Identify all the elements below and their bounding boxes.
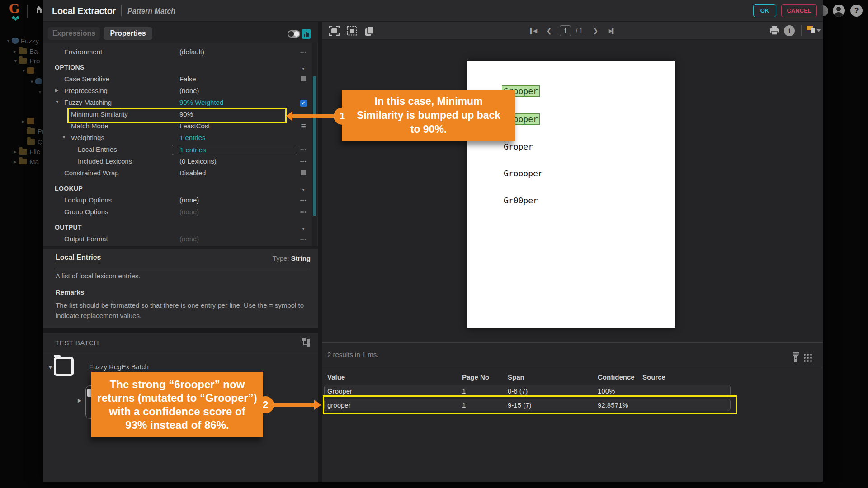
menu-button[interactable]: ☰: [300, 123, 307, 130]
diagnostics-icon[interactable]: [302, 29, 311, 39]
fuzzy-matching-checkbox[interactable]: ✓: [300, 99, 307, 107]
property-row-lookup-options[interactable]: Lookup Options(none)•••: [43, 194, 312, 206]
remarks-text: The list should be formatted so that the…: [56, 300, 304, 321]
callout-line: to 90%.: [342, 122, 515, 136]
print-icon[interactable]: [769, 26, 779, 35]
callout-line: 93% instead of 86%.: [91, 418, 263, 432]
annotation-arrow-2: [273, 403, 315, 407]
prev-page-icon[interactable]: ❮: [547, 22, 552, 40]
batch-expander-icon[interactable]: ▼: [48, 365, 53, 370]
box-icon: [27, 67, 34, 74]
ellipsis-button[interactable]: •••: [300, 197, 307, 203]
ellipsis-button[interactable]: •••: [300, 236, 307, 242]
property-row-output-format[interactable]: Output Format(none)•••: [43, 233, 312, 245]
first-page-icon[interactable]: ▌◀: [530, 22, 537, 40]
ok-button[interactable]: OK: [753, 4, 776, 17]
results-status: 2 results in 1 ms.: [327, 351, 378, 358]
callout-line: Similarity is bumped up back: [342, 108, 515, 122]
local-entries-input[interactable]: 1 entries: [172, 145, 297, 155]
grooper-logo[interactable]: G: [9, 3, 24, 20]
section-header-options[interactable]: OPTIONS▾: [43, 58, 312, 73]
ellipsis-button[interactable]: •••: [300, 209, 307, 215]
flashlight-icon[interactable]: [793, 352, 799, 362]
result-cell: 0-6 (7): [508, 387, 528, 395]
test-batch-rule: [43, 352, 318, 352]
tree-item[interactable]: ▼: [30, 78, 43, 87]
tree-item[interactable]: Pro: [22, 127, 43, 136]
logo-letter: G: [9, 2, 19, 16]
box-icon: [27, 118, 34, 124]
results-column-page-no[interactable]: Page No: [462, 373, 489, 381]
last-page-icon[interactable]: ▶▌: [609, 22, 615, 40]
results-column-value[interactable]: Value: [327, 373, 345, 381]
batch-folder-icon[interactable]: [54, 357, 74, 376]
property-row-weightings[interactable]: ▼Weightings1 entries: [43, 132, 312, 144]
callout-line: In this case, Minimum: [342, 94, 515, 108]
result-cell: 1: [462, 387, 466, 395]
callout-line: returns (mutated to “Grooper”): [91, 391, 263, 405]
ellipsis-button[interactable]: •••: [300, 147, 307, 152]
results-panel: 2 results in 1 ms. ValuePage NoSpanConfi…: [322, 342, 823, 482]
document-expander-icon[interactable]: ▶: [78, 398, 81, 404]
batch-root-label[interactable]: Fuzzy RegEx Batch: [89, 363, 149, 371]
ellipsis-button[interactable]: •••: [300, 49, 307, 55]
annotation-arrow-1: [292, 114, 335, 118]
folder-icon: [19, 159, 27, 164]
results-divider: [322, 366, 823, 366]
tree-item[interactable]: ▶Ba: [14, 47, 38, 56]
tab-expressions[interactable]: Expressions: [48, 27, 100, 40]
grid-view-icon[interactable]: [804, 354, 812, 362]
export-page-icon: [811, 28, 815, 33]
home-icon[interactable]: [36, 6, 42, 13]
tree-item[interactable]: ▶File: [14, 148, 40, 157]
property-row-group-options[interactable]: Group Options(none)•••: [43, 206, 312, 218]
next-page-icon[interactable]: ❯: [593, 22, 598, 40]
panel-splitter[interactable]: [318, 22, 322, 482]
page-total: / 1: [576, 22, 583, 40]
tree-item[interactable]: ▼Fuzzy: [6, 37, 39, 46]
folder-icon: [27, 128, 35, 134]
section-header-output[interactable]: OUTPUT▾: [43, 218, 312, 233]
description-type: Type: String: [273, 254, 311, 262]
folder-icon: [19, 48, 27, 54]
tree-item[interactable]: ▼: [22, 67, 37, 76]
property-row-local-entries[interactable]: Local Entries1 entries•••: [43, 144, 312, 155]
folder-icon: [19, 149, 27, 155]
dropdown-arrow-icon[interactable]: [816, 29, 821, 32]
scrollbar-thumb[interactable]: [313, 76, 316, 216]
dialog-subtitle: Pattern Match: [127, 7, 175, 15]
property-grid: Environment(default)•••OPTIONS▾Case Sens…: [43, 43, 318, 246]
account-icon[interactable]: [833, 5, 845, 17]
annotation-number-2: 2: [257, 396, 274, 413]
ellipsis-button[interactable]: •••: [300, 159, 307, 164]
tab-properties[interactable]: Properties: [104, 27, 152, 40]
header-divider: [27, 5, 28, 18]
folder-icon: [27, 139, 35, 145]
results-column-span[interactable]: Span: [508, 373, 524, 381]
property-row-fuzzy-matching[interactable]: ▼Fuzzy Matching90% Weighted✓: [43, 97, 312, 108]
info-icon[interactable]: i: [784, 25, 795, 36]
tree-item[interactable]: ▶: [22, 117, 37, 127]
title-separator: [121, 5, 122, 16]
property-row-included-lexicons[interactable]: Included Lexicons(0 Lexicons)•••: [43, 155, 312, 167]
readonly-box-icon: [300, 75, 307, 83]
tree-item[interactable]: ▼: [38, 88, 43, 97]
property-row-case-sensitive[interactable]: Case SensitiveFalse: [43, 73, 312, 85]
cancel-button[interactable]: CANCEL: [781, 4, 817, 17]
help-icon[interactable]: ?: [850, 5, 863, 17]
document-canvas[interactable]: Grooper6rooperGroperGroooperGr00per: [322, 40, 823, 342]
tree-item[interactable]: ▼Pro: [14, 57, 40, 66]
results-column-confidence[interactable]: Confidence: [598, 373, 635, 381]
tree-item[interactable]: Qu: [22, 138, 43, 147]
tab-bar: Expressions Properties: [43, 22, 318, 43]
property-row-constrained-wrap[interactable]: Constrained WrapDisabled: [43, 167, 312, 179]
property-row-preprocessing[interactable]: ▶Preprocessing(none): [43, 85, 312, 97]
annotation-arrowhead-2: [314, 400, 321, 410]
tree-item[interactable]: ▶Ma: [14, 158, 39, 167]
page-number-input[interactable]: 1: [560, 25, 571, 36]
property-row-environment[interactable]: Environment(default)•••: [43, 46, 312, 58]
results-column-source[interactable]: Source: [642, 373, 665, 381]
panel-toggle[interactable]: [288, 30, 300, 38]
batch-hierarchy-icon[interactable]: [302, 338, 311, 347]
section-header-lookup[interactable]: LOOKUP▾: [43, 179, 312, 194]
